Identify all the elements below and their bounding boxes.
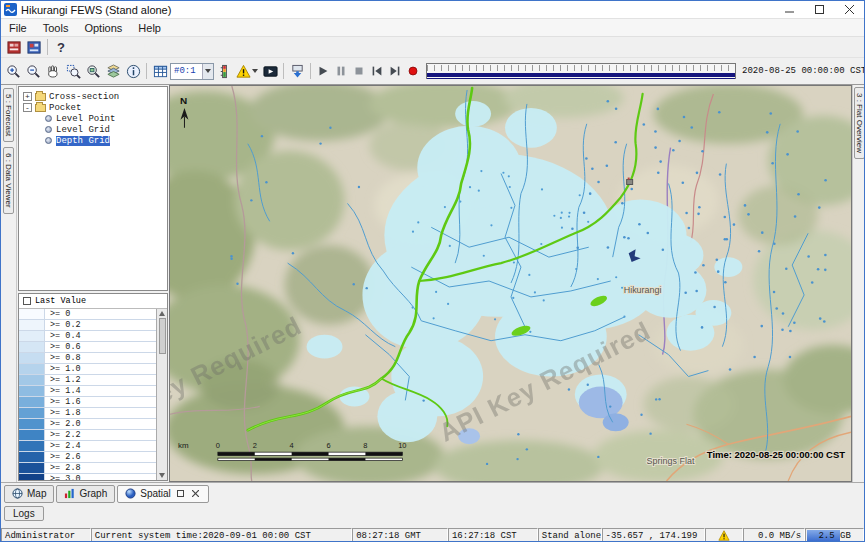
collapse-icon[interactable]: - (23, 103, 32, 112)
undock-tab-icon[interactable] (175, 488, 186, 499)
zoom-out-icon[interactable] (23, 61, 43, 81)
legend-color-swatch (19, 353, 45, 363)
legend-row[interactable]: >= 0.4 (19, 331, 156, 342)
close-button[interactable] (834, 1, 864, 18)
tree-node-label[interactable]: Level Grid (56, 125, 110, 135)
info-icon[interactable] (123, 61, 143, 81)
zoom-extent-icon[interactable] (83, 61, 103, 81)
status-user: Administrator (1, 528, 91, 542)
gauge-icon[interactable] (214, 61, 234, 81)
pause-button[interactable] (332, 61, 350, 81)
combo-caret-icon[interactable] (202, 64, 213, 79)
play-button[interactable] (314, 61, 332, 81)
legend-label: >= 2.0 (45, 419, 81, 429)
scroll-up-icon[interactable] (159, 311, 165, 316)
legend-row[interactable]: >= 2.2 (19, 430, 156, 441)
legend-label: >= 1.6 (45, 397, 81, 407)
legend-row[interactable]: >= 1.8 (19, 408, 156, 419)
memory-usage-text: 2.5 GB (818, 531, 850, 541)
legend-row[interactable]: >= 2.4 (19, 441, 156, 452)
legend-label: >= 1.2 (45, 375, 81, 385)
legend-label: >= 2.2 (45, 430, 81, 440)
pan-hand-icon[interactable] (43, 61, 63, 81)
legend-row[interactable]: >= 1.6 (19, 397, 156, 408)
tree-node-pocket[interactable]: - Pocket (19, 102, 167, 113)
legend-row[interactable]: >= 1.0 (19, 364, 156, 375)
legend-row[interactable]: >= 2.0 (19, 419, 156, 430)
map-time-label: Time: 2020-08-25 00:00:00 CST (707, 449, 845, 460)
legend-row[interactable]: >= 2.8 (19, 463, 156, 474)
tab-forecast[interactable]: 5 : Forecast (3, 88, 14, 142)
legend-row[interactable]: >= 1.2 (19, 375, 156, 386)
tab-graph[interactable]: Graph (56, 485, 115, 503)
legend-row[interactable]: >= 0.8 (19, 353, 156, 364)
legend-scrollbar[interactable] (156, 309, 167, 480)
skip-start-button[interactable] (368, 61, 386, 81)
logs-button[interactable]: Logs (4, 506, 44, 521)
explorer-icon[interactable] (24, 37, 44, 57)
tree-node-level-point[interactable]: Level Point (19, 113, 167, 124)
legend-row[interactable]: >= 0.2 (19, 320, 156, 331)
minimize-button[interactable] (774, 1, 804, 18)
scale-tick-label: 10 (398, 441, 406, 450)
close-tab-icon[interactable] (190, 488, 201, 499)
download-profile-icon[interactable] (287, 61, 307, 81)
scale-tick-label: 0 (216, 441, 220, 450)
tree-node-label[interactable]: Pocket (49, 103, 81, 113)
left-tab-strip: 5 : Forecast 6 : Data Viewer (1, 85, 17, 482)
last-value-checkbox[interactable] (23, 297, 31, 305)
legend-row[interactable]: >= 0.6 (19, 342, 156, 353)
tab-spatial[interactable]: Spatial (117, 485, 209, 503)
legend-row[interactable]: >= 3.0 (19, 474, 156, 480)
zoom-region-icon[interactable] (63, 61, 83, 81)
legend-label: >= 1.8 (45, 408, 81, 418)
scroll-down-icon[interactable] (159, 473, 165, 478)
tree-node-label[interactable]: Cross-section (49, 92, 119, 102)
title-bar[interactable]: Hikurangi FEWS (Stand alone) (1, 1, 864, 19)
timeline-slider[interactable] (426, 63, 736, 79)
menu-item-file[interactable]: File (1, 21, 35, 35)
legend-row[interactable]: >= 1.4 (19, 386, 156, 397)
animation-icon[interactable] (260, 61, 280, 81)
legend-color-swatch (19, 309, 45, 319)
legend-color-swatch (19, 463, 45, 473)
legend-row[interactable]: >= 2.6 (19, 452, 156, 463)
help-button[interactable]: ? (51, 40, 71, 55)
tree-node-level-grid[interactable]: Level Grid (19, 124, 167, 135)
classbreak-value: #0:1 (171, 66, 202, 76)
scroll-thumb[interactable] (159, 318, 166, 354)
zoom-in-icon[interactable] (3, 61, 23, 81)
grid-display-icon[interactable] (150, 61, 170, 81)
thresholds-warning-icon[interactable] (234, 61, 260, 81)
map-viewport[interactable]: API Key Required API Key Required Hikura… (169, 85, 852, 482)
legend-label: >= 2.8 (45, 463, 81, 473)
legend-label: >= 0.4 (45, 331, 81, 341)
legend-color-swatch (19, 364, 45, 374)
status-warning-cell[interactable] (705, 528, 743, 542)
classbreak-combo[interactable]: #0:1 (170, 63, 214, 80)
stop-button[interactable] (350, 61, 368, 81)
tab-map[interactable]: Map (4, 485, 54, 503)
legend-label: >= 3.0 (45, 474, 81, 480)
forecast-manager-icon[interactable] (4, 37, 24, 57)
scale-tick-label: 8 (363, 441, 367, 450)
menu-item-tools[interactable]: Tools (35, 21, 77, 35)
legend-row[interactable]: >= 0 (19, 309, 156, 320)
record-button[interactable] (404, 61, 422, 81)
maximize-button[interactable] (804, 1, 834, 18)
menu-item-options[interactable]: Options (76, 21, 130, 35)
tree-node-cross-section[interactable]: + Cross-section (19, 91, 167, 102)
menu-item-help[interactable]: Help (130, 21, 169, 35)
legend-label: >= 0 (45, 309, 70, 319)
left-panel: + Cross-section - Pocket Level Point Lev… (17, 85, 169, 482)
tree-node-depth-grid[interactable]: Depth Grid (19, 135, 167, 146)
tree-node-label-selected[interactable]: Depth Grid (56, 136, 110, 146)
tab-flat-overview[interactable]: 3 : Flat Overview (854, 87, 865, 159)
expand-icon[interactable]: + (23, 92, 32, 101)
layers-icon[interactable] (103, 61, 123, 81)
skip-end-button[interactable] (386, 61, 404, 81)
tab-data-viewer[interactable]: 6 : Data Viewer (3, 147, 14, 214)
toolbar-separator (310, 63, 311, 79)
tree-node-label[interactable]: Level Point (56, 114, 115, 124)
legend-header: Last Value (19, 294, 167, 309)
